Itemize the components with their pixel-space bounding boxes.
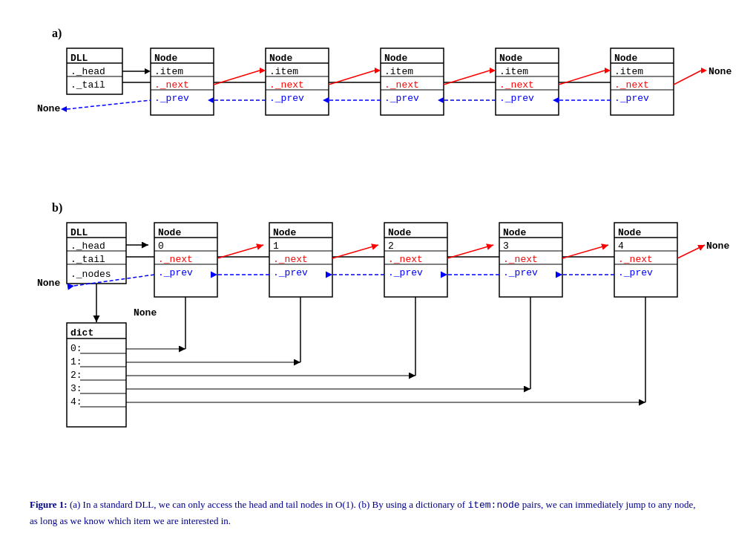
node-a-1-next: ._next [154,79,189,91]
node-b-3-title: Node [388,227,411,238]
node-b-4-prev: ._prev [503,267,538,278]
svg-line-38 [674,71,701,85]
node-b-3-next: ._next [388,254,423,265]
svg-line-40 [67,100,151,109]
node-a-4-prev: ._prev [499,93,534,104]
dict-row-2: 2: [70,370,82,381]
none-left-a: None [37,103,60,114]
node-b-3-prev: ._prev [388,267,423,278]
dll-a-head: ._head [70,66,105,77]
dll-b-title: DLL [70,227,88,238]
node-a-2-title: Node [269,53,292,64]
caption-text-a: (a) In a standard DLL, we can only acces… [70,499,356,510]
dll-b-head: ._head [70,241,105,252]
dict-title: dict [70,327,93,339]
node-a-4-title: Node [499,53,522,64]
diagram-b-svg: b) DLL ._head ._tail ._nodes Node 0 ._ne… [30,193,734,475]
dll-a-tail: ._tail [70,79,105,91]
dict-row-1: 1: [70,356,82,367]
node-b-4-title: Node [503,227,526,238]
dll-b-tail: ._tail [70,254,105,265]
node-b-2-prev: ._prev [273,267,308,278]
node-a-3-next: ._next [384,79,419,91]
svg-marker-41 [61,106,67,112]
node-b-5-prev: ._prev [618,267,653,278]
node-a-2-prev: ._prev [269,93,304,104]
arrow-dll-to-node1 [145,68,151,74]
node-b-3-index: 2 [388,241,394,252]
diagram-a-svg: a) DLL ._head ._tail [30,15,734,171]
label-a: a) [52,27,62,40]
svg-line-83 [677,245,705,258]
node-a-5-item: .item [614,66,643,77]
none-b-nodes: None [134,307,157,318]
caption-label: Figure 1: [30,499,68,510]
node-a-1-prev: ._prev [154,93,189,104]
node-b-5-next: ._next [618,254,653,265]
node-b-1-title: Node [158,227,181,238]
none-right-a: None [709,66,732,77]
node-b-4-next: ._next [503,254,538,265]
node-a-5-title: Node [614,53,637,64]
node-b-4-index: 3 [503,241,509,252]
node-a-5-prev: ._prev [614,93,649,104]
svg-marker-31 [260,68,266,73]
node-a-3-prev: ._prev [384,93,419,104]
node-a-4-item: .item [499,66,528,77]
node-a-4-next: ._next [499,79,534,91]
dict-row-0: 0: [70,343,82,354]
node-b-5-index: 4 [618,241,624,252]
node-a-1-title: Node [154,53,177,64]
node-a-5-next: ._next [614,79,649,91]
svg-marker-35 [490,68,496,73]
dll-a-title: DLL [70,53,88,64]
svg-marker-37 [605,68,611,73]
label-b: b) [52,201,62,215]
node-a-1-item: .item [154,66,183,77]
svg-marker-33 [375,68,381,73]
node-a-2-next: ._next [269,79,304,91]
node-b-2-index: 1 [273,241,279,252]
node-b-2-title: Node [273,227,296,238]
node-a-3-title: Node [384,53,407,64]
caption-text-b: (b) By using a dictionary of [358,499,465,510]
node-b-1-prev: ._prev [158,267,193,278]
figure-caption: Figure 1: (a) In a standard DLL, we can … [30,497,697,529]
node-b-1-index: 0 [158,241,164,252]
svg-marker-39 [701,68,707,73]
diagram-a: a) DLL ._head ._tail [30,15,726,171]
none-left-b: None [37,278,60,289]
diagram-b: b) DLL ._head ._tail ._nodes Node 0 ._ne… [30,193,726,475]
caption-code: item:node [467,500,519,511]
dll-b-nodes: ._nodes [70,269,111,280]
dict-row-4: 4: [70,396,82,408]
node-b-2-next: ._next [273,254,308,265]
none-right-b: None [706,241,729,252]
node-b-1-next: ._next [158,254,193,265]
node-a-2-item: .item [269,66,298,77]
node-b-5-title: Node [618,227,641,238]
dict-row-3: 3: [70,383,82,394]
node-a-3-item: .item [384,66,413,77]
